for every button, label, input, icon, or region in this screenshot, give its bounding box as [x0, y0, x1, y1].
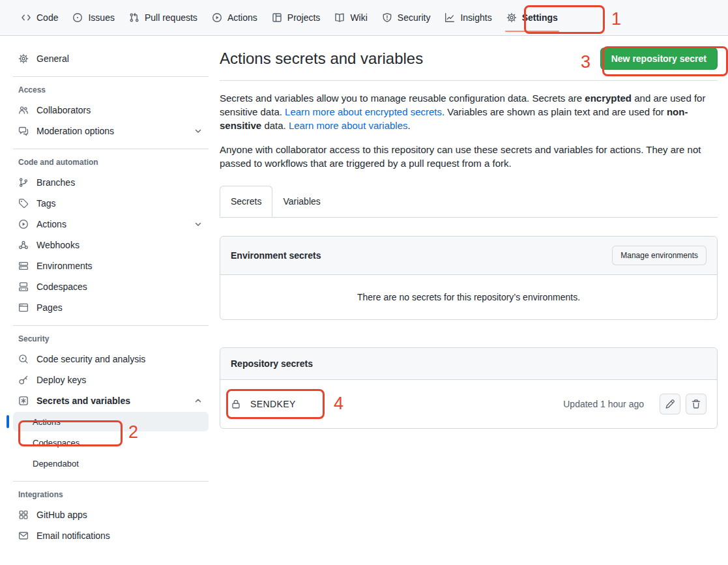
sidebar-item-label: Dependabot: [33, 459, 79, 469]
sidebar-item-label: Pages: [36, 302, 63, 313]
settings-sidebar: General Access Collaborators Moderation …: [13, 49, 209, 547]
sidebar-item-label: Email notifications: [36, 530, 110, 541]
secrets-asterisk-icon: [18, 396, 29, 406]
environment-secrets-title: Environment secrets: [231, 250, 321, 261]
nav-tab-label: Projects: [287, 12, 321, 23]
nav-tab-insights[interactable]: Insights: [438, 7, 498, 28]
nav-tab-code[interactable]: Code: [14, 7, 65, 28]
secret-row: SENDKEY Updated 1 hour ago: [220, 380, 717, 428]
environment-secrets-header: Environment secrets Manage environments: [220, 237, 717, 275]
sidebar-item-code-security[interactable]: Code security and analysis: [13, 349, 209, 369]
description-text: . Variables are shown as plain text and …: [442, 106, 667, 117]
nav-tab-label: Pull requests: [145, 12, 197, 23]
sidebar-item-pages[interactable]: Pages: [13, 298, 209, 317]
tab-secrets[interactable]: Secrets: [220, 186, 272, 217]
codescan-icon: [18, 354, 29, 364]
gear-icon: [18, 53, 29, 64]
repository-secrets-title: Repository secrets: [231, 358, 313, 369]
sidebar-item-moderation-options[interactable]: Moderation options: [13, 121, 209, 141]
sidebar-item-label: GitHub apps: [36, 510, 87, 520]
nav-tab-settings[interactable]: Settings: [500, 7, 564, 28]
gear-icon: [506, 12, 517, 23]
sidebar-item-collaborators[interactable]: Collaborators: [13, 100, 209, 120]
tag-icon: [18, 198, 29, 209]
trash-icon: [691, 399, 701, 409]
nav-tab-label: Settings: [522, 12, 558, 23]
sidebar-item-email-notifications[interactable]: Email notifications: [13, 526, 209, 545]
new-repository-secret-button[interactable]: New repository secret: [600, 48, 718, 70]
pencil-icon: [665, 399, 675, 409]
sidebar-subitem-codespaces-secrets[interactable]: Codespaces: [13, 433, 209, 452]
sidebar-item-label: Code security and analysis: [36, 354, 145, 364]
people-icon: [18, 105, 29, 115]
git-pull-request-icon: [129, 12, 139, 23]
description-text: .: [408, 120, 411, 131]
sidebar-item-github-apps[interactable]: GitHub apps: [13, 505, 209, 525]
sidebar-item-label: Actions: [36, 219, 66, 229]
edit-secret-button[interactable]: [660, 394, 680, 414]
link-encrypted-secrets[interactable]: Learn more about encrypted secrets: [285, 106, 442, 117]
mail-icon: [18, 530, 29, 541]
sidebar-item-tags[interactable]: Tags: [13, 194, 209, 213]
codespaces-icon: [18, 282, 29, 292]
code-icon: [21, 12, 31, 23]
secrets-description: Secrets and variables allow you to manag…: [220, 91, 718, 132]
nav-tab-pull-requests[interactable]: Pull requests: [123, 7, 204, 28]
description-text: Secrets and variables allow you to manag…: [220, 93, 585, 104]
description-text: data.: [261, 120, 289, 131]
issue-opened-icon: [72, 12, 83, 23]
sidebar-subitem-actions-secrets[interactable]: Actions: [13, 412, 209, 431]
nav-tab-label: Security: [398, 12, 431, 23]
secrets-variables-tabnav: Secrets Variables: [220, 186, 718, 218]
nav-tab-projects[interactable]: Projects: [265, 7, 327, 28]
sidebar-subitem-dependabot-secrets[interactable]: Dependabot: [13, 454, 209, 473]
sidebar-item-label: Secrets and variables: [36, 396, 130, 406]
sidebar-item-environments[interactable]: Environments: [13, 256, 209, 276]
nav-tab-wiki[interactable]: Wiki: [328, 7, 373, 28]
chevron-up-icon: [193, 396, 203, 406]
sidebar-item-deploy-keys[interactable]: Deploy keys: [13, 370, 209, 390]
manage-environments-button[interactable]: Manage environments: [612, 246, 706, 265]
nav-tab-actions[interactable]: Actions: [205, 7, 264, 28]
sidebar-item-codespaces[interactable]: Codespaces: [13, 277, 209, 297]
sidebar-item-label: Environments: [36, 261, 93, 271]
link-variables[interactable]: Learn more about variables: [289, 120, 408, 131]
repository-secrets-box: Repository secrets SENDKEY Updated 1 hou…: [220, 347, 718, 429]
divider: [13, 149, 209, 149]
page-title: Actions secrets and variables: [220, 48, 423, 70]
nav-tab-label: Code: [36, 12, 58, 23]
sidebar-item-label: Branches: [36, 177, 75, 188]
sidebar-item-webhooks[interactable]: Webhooks: [13, 235, 209, 255]
main-content: Actions secrets and variables New reposi…: [220, 36, 718, 429]
nav-tab-label: Issues: [88, 12, 114, 23]
sidebar-item-label: Codespaces: [33, 438, 80, 448]
play-icon: [18, 219, 29, 229]
sidebar-item-label: Tags: [36, 198, 56, 209]
tab-variables[interactable]: Variables: [272, 186, 330, 217]
sidebar-item-branches[interactable]: Branches: [13, 173, 209, 192]
divider: [13, 481, 209, 482]
delete-secret-button[interactable]: [686, 394, 706, 414]
book-icon: [334, 12, 345, 23]
lock-icon: [231, 399, 241, 409]
key-icon: [18, 375, 29, 385]
apps-icon: [18, 510, 29, 520]
secret-updated-timestamp: Updated 1 hour ago: [563, 399, 644, 409]
nav-tab-security[interactable]: Security: [375, 7, 437, 28]
sidebar-item-label: Deploy keys: [36, 375, 86, 385]
collaborator-access-note: Anyone with collaborator access to this …: [220, 143, 718, 170]
sidebar-item-label: Codespaces: [36, 282, 87, 292]
shield-icon: [382, 12, 392, 23]
nav-tab-issues[interactable]: Issues: [66, 7, 121, 28]
sidebar-item-label: Webhooks: [36, 240, 80, 250]
secret-name: SENDKEY: [250, 399, 296, 409]
git-branch-icon: [18, 177, 29, 188]
sidebar-item-actions[interactable]: Actions: [13, 214, 209, 234]
sidebar-item-label: Actions: [33, 417, 61, 427]
repo-tab-nav: Code Issues Pull requests Actions Projec…: [0, 0, 728, 36]
chevron-down-icon: [193, 126, 203, 136]
sidebar-item-secrets-and-variables[interactable]: Secrets and variables: [13, 391, 209, 411]
sidebar-item-general[interactable]: General: [13, 49, 209, 68]
sidebar-section-title-code-automation: Code and automation: [13, 157, 209, 167]
github-settings-page: Code Issues Pull requests Actions Projec…: [0, 0, 728, 565]
